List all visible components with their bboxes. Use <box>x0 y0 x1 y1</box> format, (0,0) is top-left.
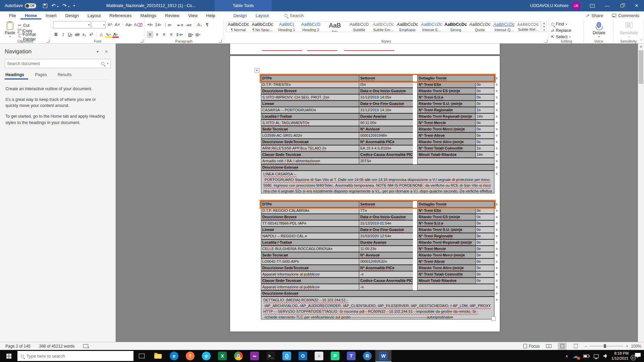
taskbar-rstudio-icon[interactable]: R <box>359 350 375 362</box>
style-quote[interactable]: AaBbCcDcQuote <box>468 22 492 32</box>
shrink-font-button[interactable]: A˅ <box>114 21 120 28</box>
page-indicator[interactable]: Page 2 of 145 <box>5 344 31 349</box>
tab-insert[interactable]: Insert <box>41 11 61 19</box>
vertical-scrollbar[interactable]: ▲ <box>638 44 644 342</box>
word-count[interactable]: 368 of 45212 words <box>39 344 74 349</box>
navigation-search-dropdown-icon[interactable]: ▾ <box>107 62 108 65</box>
multilevel-list-button[interactable]: ⋮≡▾ <box>163 21 172 28</box>
tab-mailings[interactable]: Mailings <box>136 11 161 19</box>
paste-button[interactable]: Paste ▾ <box>2 21 18 38</box>
zoom-slider[interactable] <box>590 346 623 346</box>
navigation-search-icon[interactable] <box>101 62 104 65</box>
font-name-combo[interactable]: ▾ <box>53 21 91 28</box>
font-color-button[interactable]: A▾ <box>112 31 119 38</box>
read-mode-button[interactable] <box>544 343 553 350</box>
dictate-dropdown-icon[interactable]: ▾ <box>598 35 600 38</box>
justify-button[interactable]: ≡ <box>168 31 174 38</box>
undo-button[interactable]: ↶ ▾ <box>51 3 58 9</box>
navigation-search-box[interactable]: ▾ <box>5 59 111 68</box>
ribbon-search[interactable]: Search <box>284 13 304 18</box>
navigation-close-icon[interactable]: × <box>102 49 111 54</box>
tab-design[interactable]: Design <box>61 11 83 19</box>
increase-indent-button[interactable]: ⇥≡ <box>185 21 192 28</box>
taskbar-chrome-icon[interactable] <box>230 350 247 362</box>
save-icon[interactable] <box>43 4 47 8</box>
style--normal[interactable]: AaBbCcDc¶ Normal <box>226 22 251 32</box>
style-intense-e-[interactable]: AaBbCcDcIntense E... <box>420 22 444 32</box>
grow-font-button[interactable]: A^ <box>107 21 113 28</box>
style-title[interactable]: AaBTitle <box>323 22 347 32</box>
style-heading-1[interactable]: AaBbC(Heading 1 <box>275 22 299 32</box>
start-button[interactable] <box>0 350 17 362</box>
onedrive-icon[interactable]: ☁× <box>573 353 579 360</box>
notifications-button[interactable]: 27 <box>633 353 641 359</box>
focus-button[interactable]: Focus <box>523 344 540 349</box>
style-heading-2[interactable]: AaBbCcDHeading 2 <box>299 22 323 32</box>
cut-button[interactable]: ✂Cut <box>18 23 49 28</box>
volume-icon[interactable] <box>603 354 607 358</box>
borders-button[interactable]: ⊞▾ <box>195 31 201 38</box>
style--no-spac-[interactable]: AaBbCcDc¶ No Spac... <box>251 22 275 32</box>
share-button[interactable]: ⇗Share <box>586 13 603 18</box>
taskbar-internet-explorer-icon[interactable]: e <box>198 350 214 362</box>
web-layout-button[interactable] <box>571 343 580 350</box>
nav-tab-pages[interactable]: Pages <box>34 71 51 79</box>
zoom-out-button[interactable]: − <box>585 344 587 349</box>
bold-button[interactable]: B <box>53 31 59 38</box>
align-right-button[interactable]: ≡ <box>161 31 167 38</box>
close-button[interactable]: × <box>629 0 644 11</box>
nav-tab-results[interactable]: Results <box>57 71 76 79</box>
document-canvas[interactable]: ✛ DTP¤Settore¤D.T.P.·TRIESTE¤IS¤Descrizi… <box>116 44 638 342</box>
proofing-errors-icon[interactable] <box>83 344 88 348</box>
italic-button[interactable]: I <box>60 31 66 38</box>
taskbar-file-explorer-icon[interactable] <box>150 350 166 362</box>
task-view-icon[interactable] <box>139 354 145 358</box>
styles-up-button[interactable]: ▲ <box>542 22 546 25</box>
clock[interactable]: 8:18 PM 1/12/2021 <box>611 351 629 361</box>
battery-icon[interactable] <box>583 355 589 358</box>
font-size-combo[interactable]: ▾ <box>92 21 106 28</box>
styles-more-button[interactable]: ⇟ <box>542 28 546 32</box>
dictate-icon[interactable] <box>597 22 601 28</box>
tab-tabletools-layout[interactable]: Layout <box>251 11 273 19</box>
taskbar-search-input[interactable] <box>26 354 130 359</box>
tab-tabletools-design[interactable]: Design <box>229 11 251 19</box>
print-layout-button[interactable] <box>558 343 567 350</box>
tab-help[interactable]: Help <box>202 11 220 19</box>
numbering-button[interactable]: 1≡▾ <box>154 21 162 28</box>
table-resize-handle[interactable] <box>491 316 496 321</box>
clipboard-dialog-launcher[interactable] <box>46 40 49 43</box>
find-button[interactable]: Find ▾ <box>551 21 582 27</box>
table-move-handle-icon[interactable]: ✛ <box>255 68 259 73</box>
font-dialog-launcher[interactable] <box>140 40 143 43</box>
shading-button[interactable]: ▨▾ <box>187 31 194 38</box>
tray-expand-icon[interactable]: ∧ <box>566 354 568 358</box>
tab-view[interactable]: View <box>184 11 202 19</box>
show-formatting-marks-button[interactable]: ¶ <box>204 21 210 28</box>
tab-home[interactable]: Home <box>20 11 41 19</box>
zoom-slider-thumb[interactable] <box>604 344 606 348</box>
taskbar-search-box[interactable] <box>17 351 133 361</box>
taskbar-word-icon[interactable]: W <box>375 350 391 362</box>
collapse-ribbon-icon[interactable]: ⌃ <box>640 39 643 43</box>
taskbar-command-prompt-icon[interactable]: >_ <box>263 350 279 362</box>
highlight-button[interactable]: ✎▾ <box>105 31 112 38</box>
style-strong[interactable]: AaBbCcDcStrong <box>444 22 468 32</box>
nav-tab-headings[interactable]: Headings <box>5 71 28 79</box>
styles-down-button[interactable]: ▼ <box>542 25 546 28</box>
superscript-button[interactable]: x² <box>88 31 95 38</box>
redo-button[interactable]: ↷ ▾ <box>62 3 69 9</box>
qat-customize-icon[interactable]: ▾ <box>73 4 75 7</box>
styles-dialog-launcher[interactable] <box>544 40 547 43</box>
restore-button[interactable] <box>614 0 629 11</box>
style-subtle-ref-[interactable]: AABBCCDESubtle Ref... <box>516 22 540 32</box>
dictate-button[interactable]: Dictate <box>593 31 605 35</box>
decrease-indent-button[interactable]: ⇤≡ <box>176 21 184 28</box>
taskbar-teams-icon[interactable]: T <box>343 350 359 362</box>
align-left-button[interactable]: ≡ <box>147 31 153 38</box>
sort-button[interactable]: A↓ <box>197 21 203 28</box>
clear-formatting-button[interactable]: A⌫ <box>133 21 143 28</box>
ribbon-display-options-button[interactable]: ^ <box>585 0 600 11</box>
taskbar-firefox-icon[interactable]: f <box>182 350 198 362</box>
style-subtle-em-[interactable]: AaBbCcDcSubtle Em... <box>371 22 395 32</box>
